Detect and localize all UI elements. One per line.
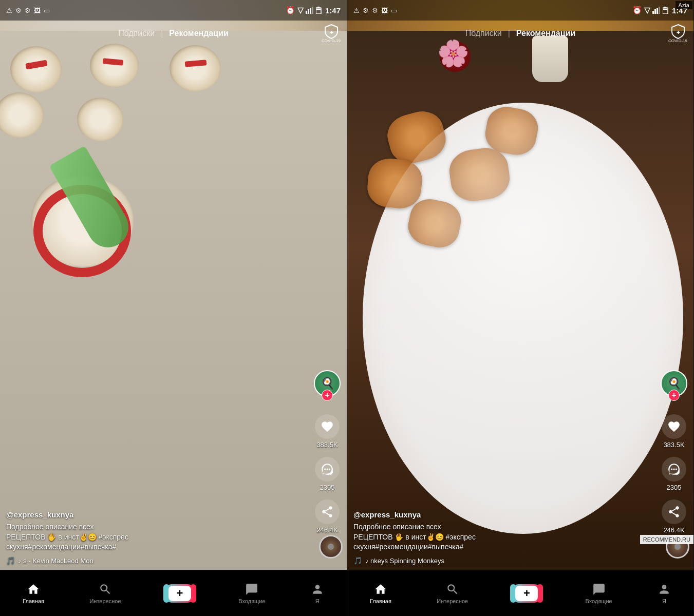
- bottom-info-right: @express_kuxnya Подробное описание всехР…: [353, 510, 652, 565]
- nav-discover-left[interactable]: Интересное: [89, 583, 121, 604]
- username-right[interactable]: @express_kuxnya: [353, 510, 652, 519]
- top-nav-left[interactable]: Подписки | Рекомендации ✚ COVID-19: [0, 21, 347, 46]
- nav-divider-left: |: [161, 29, 163, 38]
- nav-profile-right[interactable]: Я: [658, 583, 671, 604]
- nav-home-left[interactable]: Главная: [23, 583, 44, 604]
- nav-subscriptions-left[interactable]: Подписки: [118, 29, 155, 38]
- battery-status-icon-right: [663, 7, 669, 14]
- covid-badge-right[interactable]: ✚ COVID-19: [668, 24, 687, 43]
- music-info-right: 🎵 ♪ nkeys Spinning Monkeys: [353, 556, 652, 565]
- bottom-nav-left: Главная Интересное + Входящие Я: [0, 570, 347, 616]
- comment-count-left: 2305: [320, 484, 335, 491]
- music-disc-left: [319, 535, 343, 559]
- nav-divider-right: |: [508, 29, 510, 38]
- svg-rect-1: [308, 9, 309, 14]
- settings2-icon-right: ⚙: [372, 7, 378, 14]
- comment-svg-right: [667, 463, 681, 476]
- right-phone-panel: Azia 🌸 ⚠ ⚙ ⚙ 🖼 ▭ ⏰ ▽: [347, 0, 693, 616]
- svg-rect-11: [652, 11, 654, 14]
- nav-home-label-right: Главная: [370, 598, 391, 604]
- avatar-container-right[interactable]: 🍳 +: [661, 370, 687, 397]
- description-right: Подробное описание всехРЕЦЕПТОВ 🖐 в инст…: [353, 522, 652, 552]
- svg-rect-16: [664, 7, 666, 8]
- battery-status-icon: [316, 7, 322, 14]
- image-icon: 🖼: [34, 7, 41, 14]
- share-icon-right: [662, 499, 686, 524]
- status-bar-right: ⚠ ⚙ ⚙ 🖼 ▭ ⏰ ▽ 1:47: [347, 0, 693, 21]
- svg-text:✚: ✚: [329, 30, 333, 35]
- comment-button-left[interactable]: 2305: [315, 457, 340, 491]
- plus-button-left[interactable]: +: [166, 584, 193, 603]
- username-left[interactable]: @express_kuxnya: [6, 510, 306, 519]
- shield-icon-right: ✚: [671, 24, 685, 39]
- nav-inbox-right[interactable]: Входящие: [586, 583, 612, 604]
- svg-point-20: [673, 468, 674, 470]
- profile-icon-right: [658, 583, 671, 596]
- share-count-left: 246.4K: [316, 526, 337, 534]
- comment-svg-left: [321, 463, 334, 476]
- comment-button-right[interactable]: 2305: [662, 457, 686, 491]
- svg-rect-5: [317, 7, 320, 8]
- svg-rect-2: [310, 8, 311, 14]
- status-left-icons-right: ⚠ ⚙ ⚙ 🖼 ▭: [353, 7, 397, 14]
- svg-point-19: [671, 468, 672, 470]
- music-text-right: ♪ nkeys Spinning Monkeys: [365, 557, 444, 565]
- music-disc-inner-right: [674, 544, 681, 550]
- nav-profile-left[interactable]: Я: [311, 583, 324, 604]
- plus-button-right[interactable]: +: [513, 584, 540, 603]
- share-button-right[interactable]: 246.4K: [662, 499, 686, 534]
- like-count-left: 383.5K: [316, 441, 337, 449]
- svg-point-21: [676, 468, 677, 470]
- share-button-left[interactable]: 246.4K: [315, 499, 340, 534]
- home-icon-left: [27, 583, 40, 596]
- plus-inner-left: +: [168, 586, 191, 601]
- nav-inbox-left[interactable]: Входящие: [238, 583, 265, 604]
- svg-text:✚: ✚: [676, 30, 680, 35]
- covid-badge-left[interactable]: ✚ COVID-19: [322, 24, 341, 43]
- nav-inbox-label-right: Входящие: [586, 598, 612, 604]
- like-button-left[interactable]: 383.5K: [315, 414, 340, 449]
- home-icon-right: [374, 583, 387, 596]
- signal-icons-left: ⏰ ▽: [286, 6, 322, 15]
- svg-rect-0: [306, 11, 307, 14]
- nav-recommendations-right[interactable]: Рекомендации: [516, 29, 576, 38]
- settings1-icon: ⚙: [15, 7, 22, 14]
- nav-profile-label-right: Я: [662, 598, 666, 604]
- top-nav-right[interactable]: Подписки | Рекомендации ✚ COVID-19: [347, 21, 693, 46]
- nav-home-right[interactable]: Главная: [370, 583, 391, 604]
- share-count-right: 246.4K: [663, 526, 684, 534]
- alarm-icon: ⏰: [286, 6, 295, 15]
- nav-plus-left[interactable]: +: [166, 584, 193, 603]
- nav-plus-right[interactable]: +: [513, 584, 540, 603]
- music-disc-inner-left: [328, 544, 334, 550]
- follow-plus-left[interactable]: +: [322, 390, 333, 401]
- nav-inbox-label-left: Входящие: [238, 598, 265, 604]
- comment-count-right: 2305: [667, 484, 682, 491]
- alert-icon: ⚠: [6, 7, 12, 14]
- music-text-left: ♪ s - Kevin MacLeod Mon: [18, 557, 93, 565]
- plus-inner-right: +: [515, 586, 538, 601]
- azia-badge: Azia: [676, 1, 692, 9]
- like-button-right[interactable]: 383.5K: [662, 414, 686, 449]
- share-svg-right: [667, 505, 681, 518]
- battery-icon-right: ▭: [391, 7, 397, 14]
- avatar-container-left[interactable]: 🍳 +: [314, 370, 341, 397]
- inbox-icon-left: [245, 583, 258, 596]
- signal-icon-right: [652, 7, 661, 14]
- covid-text-left: COVID-19: [322, 39, 341, 43]
- svg-point-8: [324, 468, 326, 470]
- action-buttons-left: 🍳 + 383.5K 2305 246.4K: [314, 370, 341, 534]
- alarm-icon-right: ⏰: [632, 6, 642, 15]
- nav-recommendations-left[interactable]: Рекомендации: [169, 29, 229, 38]
- follow-plus-right[interactable]: +: [668, 390, 680, 401]
- time-display-left: 1:47: [325, 6, 341, 15]
- nav-profile-label-left: Я: [315, 598, 320, 604]
- nav-subscriptions-right[interactable]: Подписки: [465, 29, 502, 38]
- status-left-icons: ⚠ ⚙ ⚙ 🖼 ▭: [6, 7, 50, 14]
- comment-icon-left: [315, 457, 340, 482]
- signal-icons-right: ⏰ ▽: [632, 6, 669, 15]
- status-time-left: ⏰ ▽ 1:47: [286, 6, 341, 15]
- svg-rect-17: [663, 9, 667, 10]
- search-icon-left: [99, 583, 112, 596]
- nav-discover-right[interactable]: Интересное: [437, 583, 468, 604]
